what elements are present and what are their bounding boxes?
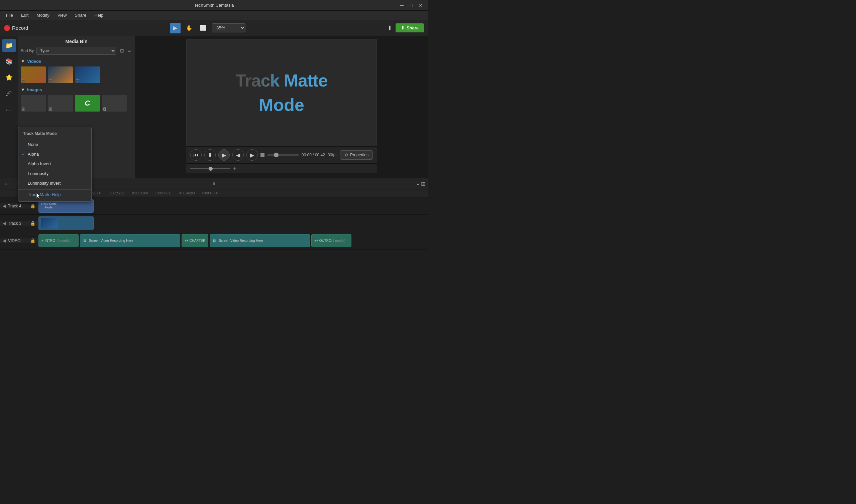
time-separator: /	[313, 152, 315, 157]
sidebar-media-bin[interactable]: 📁	[2, 39, 16, 52]
videos-section-header[interactable]: ▼ Videos	[21, 59, 132, 64]
maximize-button[interactable]: □	[408, 2, 415, 9]
img-icon-2: 🖼	[49, 107, 52, 111]
outro-clip[interactable]: + + OUTRO (3 media)	[311, 234, 352, 247]
menu-help[interactable]: Help	[91, 11, 107, 19]
images-section-header[interactable]: ▼ Images	[21, 87, 132, 92]
next-frame-button[interactable]: ▶	[246, 149, 258, 161]
preview-line2: Mode	[235, 93, 327, 117]
volume-slider[interactable]	[190, 168, 230, 169]
ruler-mark-7: 0:00:40;00	[179, 192, 202, 195]
minimize-button[interactable]: ─	[398, 2, 405, 9]
videos-chevron-icon: ▼	[21, 59, 25, 64]
select-tool-button[interactable]: ▶	[170, 23, 181, 33]
rewind-button[interactable]: ⏮	[190, 149, 202, 161]
close-button[interactable]: ✕	[417, 2, 424, 9]
undo-button[interactable]: ↩	[3, 179, 11, 188]
chapter-label: + CHAPTER	[187, 239, 205, 242]
sidebar-library[interactable]: 📚	[2, 55, 16, 68]
video-thumb-2[interactable]: 🎬	[48, 67, 73, 83]
progress-bar[interactable]	[267, 154, 299, 156]
intro-sublabel: (2 media)	[56, 239, 71, 242]
preview-canvas: Track Matte Mode	[186, 39, 377, 146]
collapse-button[interactable]: ▲	[416, 181, 420, 187]
sort-bar: Sort By Type Name Date ⊞ ≡	[21, 47, 132, 55]
menu-modify[interactable]: Modify	[33, 11, 52, 19]
screen-clip-1-label: Screen Video Recording Here	[89, 239, 133, 242]
video-icon-1: 🎬	[21, 79, 25, 83]
track3-label: Track 3	[8, 221, 21, 226]
properties-button[interactable]: ⚙ Properties	[340, 150, 373, 160]
luminosity-label: Luminosity	[28, 171, 49, 176]
menu-file[interactable]: File	[3, 11, 16, 19]
media-bin-title: Media Bin	[21, 39, 132, 44]
image-thumb-3[interactable]: C	[75, 95, 100, 111]
download-button[interactable]: ⬇	[387, 24, 392, 32]
prev-frame-button[interactable]: ◀	[233, 149, 244, 161]
title-bar: TechSmith Camtasia ─ □ ✕	[0, 0, 428, 11]
videos-thumbnails: 🎬 🎬 🎬	[21, 67, 132, 83]
screen-clip-2[interactable]: 🖥 Screen Video Recording Here	[210, 234, 310, 247]
image-thumb-2[interactable]: 🖼	[48, 95, 73, 111]
menu-share[interactable]: Share	[71, 11, 90, 19]
record-button[interactable]: Record	[4, 25, 28, 31]
video-track-lock-icon[interactable]: 🔒	[30, 238, 35, 243]
screen-clip-1[interactable]: 🖥 Screen Video Recording Here	[80, 234, 180, 247]
zoom-plus-button[interactable]: +	[233, 165, 237, 172]
track4-lock-icon[interactable]: 🔒	[30, 203, 35, 209]
img-icon-4: 🖼	[103, 107, 106, 111]
menu-edit[interactable]: Edit	[18, 11, 32, 19]
dropdown-track-matte-help[interactable]: Track Matte Help	[18, 190, 91, 199]
track3-body[interactable]	[38, 215, 428, 232]
track3-row: ◀ Track 3 🔒	[0, 215, 428, 232]
video-icon-3: 🎬	[75, 79, 80, 83]
sidebar-annotations[interactable]: 🖊	[2, 87, 16, 100]
sidebar-transitions[interactable]: ▭	[2, 103, 16, 116]
playback-row2: +	[186, 163, 377, 173]
sidebar-favorites[interactable]: ⭐	[2, 71, 16, 84]
alpha-invert-label: Alpha Invert	[28, 161, 51, 166]
chapter-clip[interactable]: + + CHAPTER	[182, 234, 208, 247]
audio-icon	[260, 153, 264, 157]
record-label: Record	[12, 25, 28, 31]
track3-clip[interactable]	[38, 216, 93, 230]
toolbar: Record ▶ ✋ ⬜ 25% 35% 50% 75% 100% ⬇ ⬆ Sh…	[0, 20, 428, 36]
dropdown-alpha[interactable]: Alpha	[18, 149, 91, 159]
video-clips: + INTRO (2 media) 🖥 Screen Video Recordi…	[38, 232, 428, 249]
timeline-right-tools: ▲ ⊞	[416, 181, 425, 187]
play-button[interactable]: ▶	[218, 149, 230, 161]
video-track-header: ◀ VIDEO 🔒	[0, 238, 38, 243]
screen-icon-2: 🖥	[213, 239, 216, 242]
image-thumb-1[interactable]: 🖼	[21, 95, 46, 111]
zoom-select[interactable]: 25% 35% 50% 75% 100%	[212, 23, 245, 32]
sort-by-label: Sort By	[21, 49, 34, 53]
grid-view-button[interactable]: ⊞	[119, 48, 125, 54]
crop-tool-button[interactable]: ⬜	[198, 23, 209, 33]
track4-body[interactable]: Track MatteMode	[38, 197, 428, 214]
track3-header: ◀ Track 3 🔒	[0, 221, 38, 226]
preview-line1: Track Matte	[235, 69, 327, 93]
dropdown-luminosity[interactable]: Luminosity	[18, 169, 91, 178]
gear-icon: ⚙	[344, 152, 348, 157]
share-button[interactable]: ⬆ Share	[396, 23, 424, 32]
window-controls: ─ □ ✕	[398, 2, 424, 9]
image-thumb-4[interactable]: 🖼	[102, 95, 127, 111]
intro-clip[interactable]: + INTRO (2 media)	[38, 234, 79, 247]
pause-button[interactable]: ⏸	[204, 149, 216, 161]
dropdown-none[interactable]: None	[18, 140, 91, 149]
screen-clip-2-label: Screen Video Recording Here	[219, 239, 263, 242]
dropdown-alpha-invert[interactable]: Alpha Invert	[18, 159, 91, 169]
menu-view[interactable]: View	[54, 11, 70, 19]
sort-by-select[interactable]: Type Name Date	[36, 47, 116, 55]
dropdown-luminosity-invert[interactable]: Luminosity Invert	[18, 178, 91, 188]
video-thumb-1[interactable]: 🎬	[21, 67, 46, 83]
record-dot	[4, 25, 10, 31]
list-view-button[interactable]: ≡	[127, 48, 132, 54]
video-thumb-3[interactable]: 🎬	[75, 67, 100, 83]
hand-tool-button[interactable]: ✋	[184, 23, 194, 33]
ruler-mark-5: 0:00:30;00	[132, 192, 155, 195]
grid-toggle-button[interactable]: ⊞	[421, 181, 425, 187]
track3-lock-icon[interactable]: 🔒	[30, 221, 35, 226]
track-matte-dropdown: Track Matte Mode None Alpha Alpha Invert…	[18, 127, 92, 202]
outro-sublabel: (3 media)	[331, 239, 345, 242]
